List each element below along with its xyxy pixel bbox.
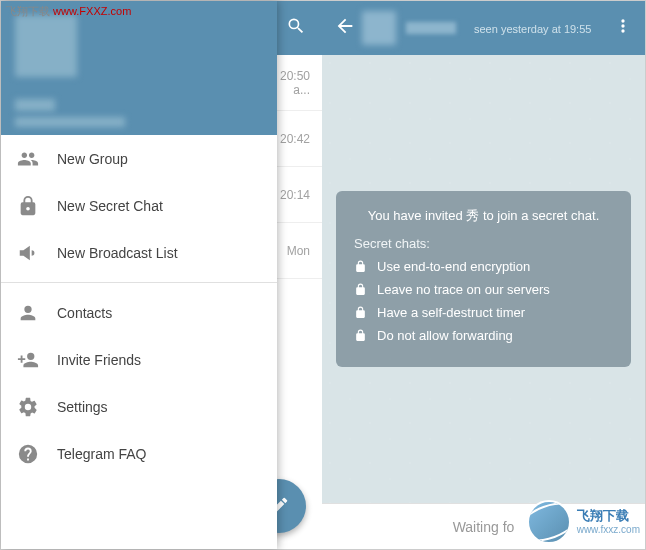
menu-item-new-group[interactable]: New Group [1, 135, 277, 182]
menu-label: New Secret Chat [57, 198, 163, 214]
watermark-cn: 飞翔下载 [577, 509, 640, 523]
lock-icon [354, 306, 367, 319]
chat-time: 20:42 [280, 132, 310, 146]
watermark-bottom: 飞翔下载 www.fxxz.com [527, 500, 640, 544]
secret-chat-info-card: You have invited 秀 to join a secret chat… [336, 191, 631, 366]
profile-avatar[interactable] [15, 15, 77, 77]
chat-time: 20:14 [280, 188, 310, 202]
watermark-en: www.fxxz.com [577, 524, 640, 535]
back-arrow-icon[interactable] [334, 15, 356, 41]
menu-label: Telegram FAQ [57, 446, 146, 462]
lock-icon [354, 283, 367, 296]
chat-body: You have invited 秀 to join a secret chat… [322, 55, 645, 503]
watermark-text-block: 飞翔下载 www.fxxz.com [577, 509, 640, 534]
app-container: 20:50a... 20:42 20:14 Mon New Group New … [0, 0, 646, 550]
feature-text: Leave no trace on our servers [377, 282, 550, 297]
search-icon[interactable] [286, 16, 306, 40]
menu-label: Contacts [57, 305, 112, 321]
watermark-text: 飞翔下载 [6, 5, 50, 17]
menu-label: New Group [57, 151, 128, 167]
lock-icon [354, 260, 367, 273]
menu-item-contacts[interactable]: Contacts [1, 289, 277, 336]
menu-item-new-broadcast[interactable]: New Broadcast List [1, 229, 277, 276]
chat-list-panel: 20:50a... 20:42 20:14 Mon New Group New … [1, 1, 322, 549]
chat-title-area: seen yesterday at 19:55 [468, 19, 613, 37]
feature-text: Do not allow forwarding [377, 328, 513, 343]
contact-name [406, 22, 456, 34]
menu-label: Invite Friends [57, 352, 141, 368]
menu-label: Settings [57, 399, 108, 415]
menu-divider [1, 282, 277, 283]
navigation-drawer: New Group New Secret Chat New Broadcast … [1, 1, 277, 549]
person-icon [17, 302, 57, 324]
info-title: Secret chats: [354, 236, 613, 251]
drawer-header [1, 1, 277, 135]
menu-item-settings[interactable]: Settings [1, 383, 277, 430]
group-icon [17, 148, 57, 170]
contact-avatar[interactable] [362, 11, 396, 45]
menu-item-faq[interactable]: Telegram FAQ [1, 430, 277, 477]
watermark-link[interactable]: www.FXXZ.com [53, 5, 131, 17]
feature-row: Have a self-destruct timer [354, 305, 613, 320]
profile-name [15, 99, 55, 111]
more-vert-icon[interactable] [613, 16, 633, 40]
chat-time: 20:50 [280, 69, 310, 83]
help-icon [17, 443, 57, 465]
menu-item-new-secret-chat[interactable]: New Secret Chat [1, 182, 277, 229]
menu-label: New Broadcast List [57, 245, 178, 261]
lock-icon [17, 195, 57, 217]
lock-icon [354, 329, 367, 342]
megaphone-icon [17, 242, 57, 264]
chat-time: Mon [287, 244, 310, 258]
person-add-icon [17, 349, 57, 371]
watermark-logo-icon [527, 500, 571, 544]
feature-row: Use end-to-end encryption [354, 259, 613, 274]
feature-row: Leave no trace on our servers [354, 282, 613, 297]
feature-text: Have a self-destruct timer [377, 305, 525, 320]
last-seen-text: seen yesterday at 19:55 [474, 23, 591, 35]
secret-chat-panel: seen yesterday at 19:55 You have invited… [322, 1, 645, 549]
chat-header: seen yesterday at 19:55 [322, 1, 645, 55]
profile-phone [15, 117, 125, 127]
feature-text: Use end-to-end encryption [377, 259, 530, 274]
watermark-top: 飞翔下载 www.FXXZ.com [6, 4, 131, 19]
menu-item-invite[interactable]: Invite Friends [1, 336, 277, 383]
chat-input-placeholder: Waiting fo [453, 519, 515, 535]
invite-text: You have invited 秀 to join a secret chat… [354, 207, 613, 225]
feature-row: Do not allow forwarding [354, 328, 613, 343]
gear-icon [17, 396, 57, 418]
chat-preview: a... [280, 83, 310, 97]
